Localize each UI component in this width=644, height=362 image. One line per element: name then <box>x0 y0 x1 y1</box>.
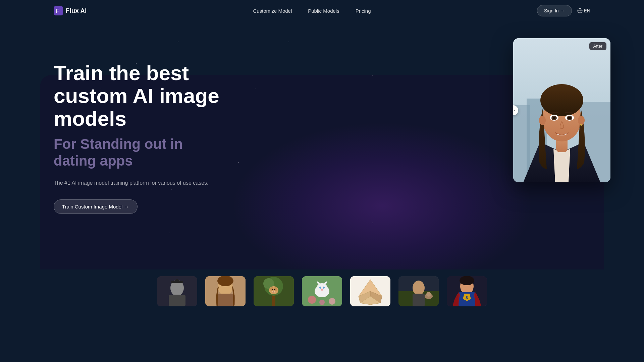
svg-point-69 <box>426 292 431 297</box>
gallery-item-2[interactable] <box>205 276 246 306</box>
before-after-image: After <box>513 38 610 182</box>
gallery-item-7[interactable]: S <box>447 276 487 306</box>
svg-rect-67 <box>413 294 425 306</box>
svg-point-56 <box>319 287 321 289</box>
svg-point-23 <box>553 117 555 119</box>
svg-point-46 <box>274 289 275 290</box>
svg-text:S: S <box>466 296 468 300</box>
gallery-item-5[interactable] <box>350 276 390 306</box>
svg-point-41 <box>269 286 278 294</box>
svg-rect-30 <box>169 295 185 306</box>
svg-point-24 <box>568 117 571 119</box>
svg-point-57 <box>323 287 325 289</box>
svg-point-49 <box>308 296 316 304</box>
nav-customize-model[interactable]: Customize Model <box>253 8 292 14</box>
gallery-item-3[interactable] <box>254 276 294 306</box>
globe-icon <box>577 8 583 13</box>
svg-point-51 <box>319 300 325 305</box>
hero-content: Train the best custom AI image models Fo… <box>54 48 275 214</box>
logo[interactable]: F Flux AI <box>54 6 87 15</box>
drag-handle-icon <box>513 108 516 113</box>
svg-point-66 <box>413 281 425 295</box>
svg-point-25 <box>580 124 582 126</box>
cta-train-button[interactable]: Train Custom Image Model → <box>54 199 138 214</box>
gallery-strip: S <box>0 269 644 306</box>
svg-point-42 <box>270 287 273 291</box>
hero-image-area: After <box>513 38 610 182</box>
svg-point-45 <box>272 289 273 290</box>
nav-right: Sign In → EN <box>537 5 590 16</box>
hero-section: Train the best custom AI image models Fo… <box>0 21 644 269</box>
gallery-item-1[interactable] <box>157 276 197 306</box>
hero-title: Train the best custom AI image models <box>54 62 275 130</box>
gallery-svg-3 <box>254 276 294 306</box>
gallery-svg-5 <box>350 276 390 306</box>
gallery-svg-7: S <box>447 276 487 306</box>
nav-public-models[interactable]: Public Models <box>308 8 339 14</box>
svg-point-17 <box>539 116 546 125</box>
nav-links: Customize Model Public Models Pricing <box>253 8 371 14</box>
hero-subtitle: For Standing out in dating apps <box>54 136 275 170</box>
svg-text:F: F <box>56 8 59 14</box>
flux-logo-icon: F <box>54 6 63 15</box>
navbar: F Flux AI Customize Model Public Models … <box>0 0 644 21</box>
hero-description: The #1 AI image model training platform … <box>54 179 215 187</box>
svg-point-47 <box>273 292 274 293</box>
logo-text: Flux AI <box>66 7 87 14</box>
svg-point-53 <box>317 283 327 293</box>
svg-marker-27 <box>514 109 515 111</box>
nav-pricing[interactable]: Pricing <box>356 8 371 14</box>
svg-point-43 <box>274 287 277 291</box>
gallery-item-6[interactable] <box>398 276 439 306</box>
language-selector[interactable]: EN <box>577 8 590 13</box>
svg-point-58 <box>321 289 323 291</box>
svg-rect-35 <box>216 294 235 306</box>
after-badge: After <box>589 42 606 50</box>
gallery-svg-6 <box>398 276 439 306</box>
sign-in-button[interactable]: Sign In → <box>537 5 572 16</box>
gallery-svg-4 <box>302 276 342 306</box>
gallery-svg-2 <box>205 276 246 306</box>
svg-point-18 <box>578 116 585 125</box>
language-label: EN <box>584 8 590 13</box>
portrait-svg <box>513 38 610 182</box>
svg-point-50 <box>329 298 335 305</box>
gallery-item-4[interactable] <box>302 276 342 306</box>
gallery-svg-1 <box>157 276 197 306</box>
svg-point-16 <box>540 84 583 116</box>
